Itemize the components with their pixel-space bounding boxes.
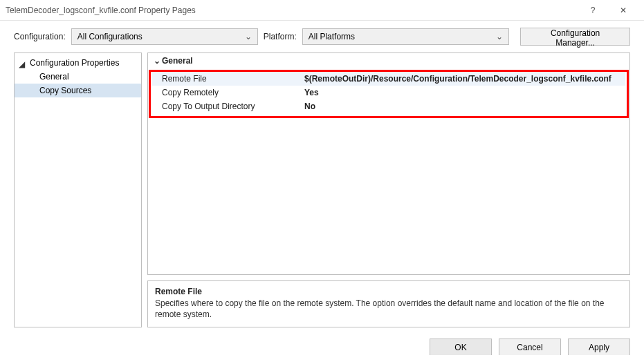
tree-item-general[interactable]: General xyxy=(15,70,141,84)
property-row-remote-file[interactable]: Remote File $(RemoteOutDir)/Resource/Con… xyxy=(152,72,625,86)
highlight-frame: Remote File $(RemoteOutDir)/Resource/Con… xyxy=(149,70,629,118)
property-value: $(RemoteOutDir)/Resource/Configuration/T… xyxy=(304,74,625,84)
property-grid: ⌄ General Remote File $(RemoteOutDir)/Re… xyxy=(147,53,630,275)
close-icon: ✕ xyxy=(620,6,627,15)
property-value: No xyxy=(304,102,625,111)
clip-mask xyxy=(0,355,644,362)
cancel-button[interactable]: Cancel xyxy=(499,339,561,356)
platform-dropdown[interactable]: All Platforms ⌄ xyxy=(302,28,509,45)
property-value: Yes xyxy=(304,88,625,97)
tree: ◢ Configuration Properties General Copy … xyxy=(14,53,142,327)
description-body: Specifies where to copy the file on the … xyxy=(155,298,623,320)
config-row: Configuration: All Configurations ⌄ Plat… xyxy=(0,21,644,53)
apply-button[interactable]: Apply xyxy=(568,339,630,356)
configuration-manager-button[interactable]: Configuration Manager... xyxy=(520,28,630,46)
tree-root[interactable]: ◢ Configuration Properties xyxy=(15,56,141,70)
chevron-down-icon: ⌄ xyxy=(152,56,162,66)
section-header[interactable]: ⌄ General xyxy=(148,53,629,68)
tree-item-label: General xyxy=(39,72,69,82)
triangle-down-icon: ◢ xyxy=(19,59,26,66)
property-row-copy-remotely[interactable]: Copy Remotely Yes xyxy=(152,86,625,99)
description-heading: Remote File xyxy=(155,287,623,296)
help-icon: ? xyxy=(591,6,596,15)
description-box: Remote File Specifies where to copy the … xyxy=(147,280,630,327)
platform-value: All Platforms xyxy=(309,32,355,41)
property-key: Remote File xyxy=(152,74,304,84)
right-column: ⌄ General Remote File $(RemoteOutDir)/Re… xyxy=(147,53,630,327)
platform-label: Platform: xyxy=(264,32,297,41)
tree-root-label: Configuration Properties xyxy=(30,58,119,68)
tree-item-copy-sources[interactable]: Copy Sources xyxy=(15,84,141,97)
configuration-value: All Configurations xyxy=(77,32,142,41)
configuration-label: Configuration: xyxy=(14,32,66,41)
titlebar: TelemDecoder_logsconf_kvfile.conf Proper… xyxy=(0,0,644,21)
property-row-copy-to-output[interactable]: Copy To Output Directory No xyxy=(152,99,625,113)
chevron-down-icon: ⌄ xyxy=(245,32,252,41)
configuration-dropdown[interactable]: All Configurations ⌄ xyxy=(71,28,258,45)
tree-item-label: Copy Sources xyxy=(39,86,91,95)
main: ◢ Configuration Properties General Copy … xyxy=(0,53,644,336)
help-button[interactable]: ? xyxy=(578,1,608,20)
property-key: Copy Remotely xyxy=(152,88,304,97)
window-title: TelemDecoder_logsconf_kvfile.conf Proper… xyxy=(6,6,578,15)
property-key: Copy To Output Directory xyxy=(152,102,304,111)
ok-button[interactable]: OK xyxy=(430,339,492,356)
section-title: General xyxy=(162,56,193,66)
chevron-down-icon: ⌄ xyxy=(496,32,503,41)
close-button[interactable]: ✕ xyxy=(608,1,638,20)
